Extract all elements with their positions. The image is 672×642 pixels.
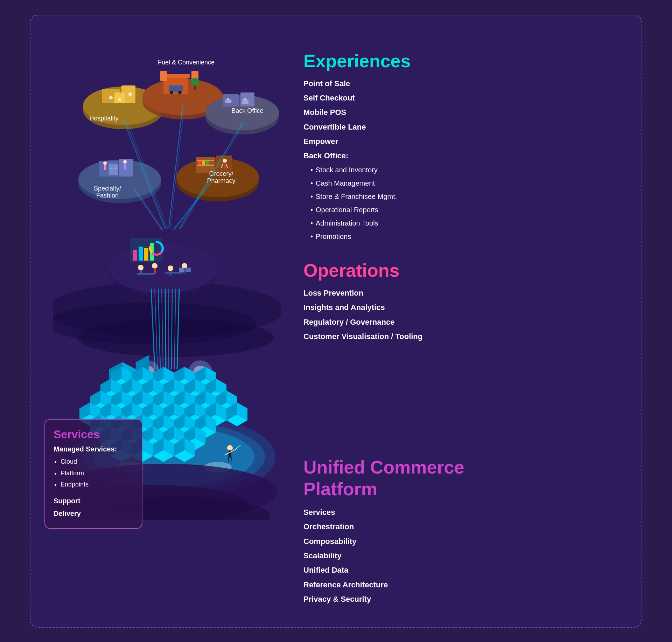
- operations-content: Loss Prevention Insights and Analytics R…: [303, 287, 614, 343]
- svg-rect-52: [206, 161, 209, 165]
- svg-rect-22: [194, 85, 196, 90]
- svg-point-8: [109, 96, 113, 99]
- customer-visualisation: Customer Visualisation / Tooling: [303, 330, 614, 343]
- svg-rect-82: [154, 268, 156, 274]
- services-box: Services Managed Services: Cloud Platfor…: [44, 419, 142, 529]
- svg-line-95: [165, 289, 166, 369]
- svg-rect-54: [224, 163, 226, 169]
- svg-point-38: [123, 160, 127, 164]
- svg-point-36: [103, 161, 107, 165]
- point-of-sale: Point of Sale: [303, 77, 614, 90]
- stock-inventory: Stock and Inventory: [303, 164, 614, 176]
- insights-analytics: Insights and Analytics: [303, 301, 614, 314]
- svg-rect-74: [144, 248, 148, 261]
- svg-rect-88: [165, 272, 183, 274]
- svg-point-21: [191, 78, 199, 86]
- svg-point-31: [244, 98, 246, 100]
- svg-rect-51: [202, 161, 205, 165]
- left-panel: Hospitality: [44, 29, 289, 613]
- operational-reports: Operational Reports: [303, 204, 614, 216]
- back-office-title: Back Office:: [303, 149, 614, 162]
- svg-rect-16: [160, 71, 167, 81]
- store-franchisee: Store & Franchisee Mgmt.: [303, 191, 614, 202]
- svg-point-10: [118, 98, 121, 101]
- svg-point-19: [170, 91, 173, 94]
- svg-point-9: [128, 92, 132, 96]
- administration-tools: Administration Tools: [303, 217, 614, 229]
- privacy-security: Privacy & Security: [303, 593, 614, 606]
- convertible-lane: Convertible Lane: [303, 120, 614, 133]
- cash-management: Cash Management: [303, 177, 614, 189]
- svg-line-61: [169, 105, 183, 228]
- platform-item: Platform: [61, 468, 133, 479]
- svg-point-70: [109, 244, 218, 293]
- delivery-item: Delivery: [54, 507, 133, 520]
- mobile-pos: Mobile POS: [303, 106, 614, 119]
- svg-rect-7: [114, 92, 125, 103]
- svg-rect-87: [137, 273, 155, 275]
- self-checkout: Self Checkout: [303, 91, 614, 104]
- svg-line-62: [170, 105, 184, 228]
- regulatory-governance: Regulatory / Governance: [303, 316, 614, 329]
- svg-rect-72: [133, 250, 137, 261]
- svg-point-83: [168, 265, 173, 271]
- unified-data: Unified Data: [303, 564, 614, 577]
- experiences-section: Experiences Point of Sale Self Checkout …: [303, 50, 614, 242]
- svg-rect-28: [225, 99, 231, 103]
- svg-point-2: [78, 318, 274, 357]
- svg-rect-48: [197, 160, 214, 161]
- unified-title: Unified Commerce Platform: [303, 456, 614, 500]
- svg-rect-37: [104, 165, 106, 170]
- svg-line-242: [229, 457, 229, 463]
- svg-point-53: [223, 159, 227, 163]
- endpoints-item: Endpoints: [61, 479, 133, 490]
- support-item: Support: [54, 495, 133, 507]
- svg-rect-29: [242, 99, 248, 104]
- svg-rect-39: [124, 163, 126, 170]
- svg-rect-89: [179, 268, 184, 272]
- right-panel: Experiences Point of Sale Self Checkout …: [289, 29, 628, 613]
- specialty-label: Specialty/: [94, 185, 121, 192]
- experiences-title: Experiences: [303, 50, 614, 71]
- svg-rect-18: [169, 85, 183, 92]
- managed-services-list: Cloud Platform Endpoints: [54, 456, 133, 490]
- main-container: Hospitality: [30, 15, 642, 628]
- services-item: Services: [303, 506, 614, 519]
- services-title: Services: [54, 428, 133, 441]
- empower: Empower: [303, 135, 614, 148]
- back-office-label: Back Office: [231, 107, 264, 114]
- managed-services-title: Managed Services:: [54, 445, 133, 453]
- content-area: Hospitality: [44, 29, 628, 613]
- svg-point-237: [227, 445, 233, 451]
- operations-title: Operations: [303, 260, 614, 281]
- experiences-content: Point of Sale Self Checkout Mobile POS C…: [303, 77, 614, 242]
- svg-point-79: [138, 265, 144, 270]
- composability: Composability: [303, 535, 614, 548]
- unified-section: Unified Commerce Platform Services Orche…: [303, 456, 614, 606]
- fuel-label: Fuel & Convenience: [158, 59, 215, 66]
- svg-rect-73: [139, 247, 143, 261]
- orchestration: Orchestration: [303, 520, 614, 533]
- svg-line-241: [231, 457, 231, 463]
- grocery-label: Grocery/: [209, 170, 233, 177]
- svg-point-20: [178, 91, 182, 94]
- svg-point-30: [227, 98, 229, 100]
- svg-point-81: [152, 263, 158, 269]
- svg-text:Fashion: Fashion: [96, 192, 119, 199]
- unified-content: Services Orchestration Composability Sca…: [303, 506, 614, 606]
- loss-prevention: Loss Prevention: [303, 287, 614, 299]
- promotions: Promotions: [303, 230, 614, 242]
- operations-section: Operations Loss Prevention Insights and …: [303, 260, 614, 343]
- hospitality-label: Hospitality: [89, 115, 118, 122]
- scalability: Scalability: [303, 549, 614, 562]
- svg-rect-90: [186, 268, 191, 272]
- svg-rect-50: [198, 161, 201, 165]
- cloud-item: Cloud: [61, 456, 133, 467]
- reference-architecture: Reference Architecture: [303, 578, 614, 591]
- svg-rect-49: [197, 165, 214, 166]
